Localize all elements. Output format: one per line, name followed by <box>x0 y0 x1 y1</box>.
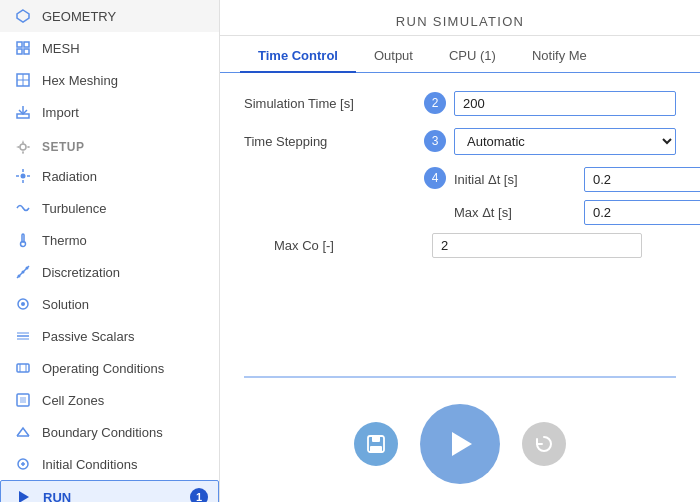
run-badge: 1 <box>190 488 208 502</box>
passive-scalars-icon <box>14 327 32 345</box>
svg-rect-27 <box>17 364 29 372</box>
sidebar-item-label: Turbulence <box>42 201 107 216</box>
sidebar-item-passive-scalars[interactable]: Passive Scalars <box>0 320 219 352</box>
svg-point-10 <box>20 144 26 150</box>
discretization-icon <box>14 263 32 281</box>
boundary-conditions-icon <box>14 423 32 441</box>
sidebar-item-turbulence[interactable]: Turbulence <box>0 192 219 224</box>
hex-meshing-icon <box>14 71 32 89</box>
solution-icon <box>14 295 32 313</box>
geometry-icon <box>14 7 32 25</box>
operating-conditions-icon <box>14 359 32 377</box>
sidebar-item-label: Thermo <box>42 233 87 248</box>
reload-button[interactable] <box>522 422 566 466</box>
sidebar-item-label: GEOMETRY <box>42 9 116 24</box>
sidebar-item-label: Operating Conditions <box>42 361 164 376</box>
simulation-time-label: Simulation Time [s] <box>244 96 424 111</box>
sidebar-item-label: Discretization <box>42 265 120 280</box>
max-dt-row: Max Δt [s] <box>454 200 700 225</box>
sidebar-item-label: RUN <box>43 490 71 503</box>
play-button[interactable] <box>420 404 500 484</box>
sidebar-item-run[interactable]: RUN 1 <box>0 480 219 502</box>
simulation-time-input[interactable] <box>454 91 676 116</box>
svg-marker-36 <box>19 491 29 502</box>
main-content: RUN SIMULATION Time Control Output CPU (… <box>220 0 700 502</box>
svg-point-17 <box>21 242 26 247</box>
svg-rect-38 <box>372 436 380 442</box>
action-buttons <box>220 394 700 502</box>
time-stepping-label: Time Stepping <box>244 134 424 149</box>
sidebar-item-boundary-conditions[interactable]: Boundary Conditions <box>0 416 219 448</box>
max-co-label: Max Co [-] <box>244 238 432 253</box>
tab-notify-me[interactable]: Notify Me <box>514 40 605 73</box>
sidebar-section-label: SETUP <box>42 140 84 154</box>
sub-options-badge: 4 <box>424 167 446 189</box>
sidebar-item-label: MESH <box>42 41 80 56</box>
save-button[interactable] <box>354 422 398 466</box>
simulation-time-row: Simulation Time [s] 2 <box>244 91 676 116</box>
sidebar-item-label: Boundary Conditions <box>42 425 163 440</box>
sidebar-item-import[interactable]: Import <box>0 96 219 128</box>
svg-rect-2 <box>24 42 29 47</box>
tab-cpu[interactable]: CPU (1) <box>431 40 514 73</box>
sidebar-item-label: Initial Conditions <box>42 457 137 472</box>
simulation-time-badge: 2 <box>424 92 446 114</box>
sidebar-item-label: Cell Zones <box>42 393 104 408</box>
run-icon <box>15 488 33 502</box>
svg-rect-39 <box>370 446 382 452</box>
max-dt-label: Max Δt [s] <box>454 205 584 220</box>
svg-rect-1 <box>17 42 22 47</box>
max-dt-input[interactable] <box>584 200 700 225</box>
svg-rect-31 <box>20 397 26 403</box>
max-co-input[interactable] <box>432 233 642 258</box>
svg-point-23 <box>21 302 25 306</box>
time-stepping-badge: 3 <box>424 130 446 152</box>
tab-output[interactable]: Output <box>356 40 431 73</box>
thermo-icon <box>14 231 32 249</box>
time-stepping-select[interactable]: Automatic Fixed Adaptive <box>454 128 676 155</box>
sidebar-item-initial-conditions[interactable]: Initial Conditions <box>0 448 219 480</box>
radiation-icon <box>14 167 32 185</box>
sidebar-section-setup: SETUP <box>0 128 219 160</box>
sidebar-item-label: Passive Scalars <box>42 329 134 344</box>
svg-rect-3 <box>17 49 22 54</box>
svg-point-21 <box>26 267 29 270</box>
sidebar-item-mesh[interactable]: MESH <box>0 32 219 64</box>
tab-bar: Time Control Output CPU (1) Notify Me <box>220 40 700 73</box>
setup-icon <box>14 138 32 156</box>
svg-marker-0 <box>17 10 29 22</box>
svg-point-11 <box>21 174 26 179</box>
tab-time-control[interactable]: Time Control <box>240 40 356 73</box>
sidebar-item-operating-conditions[interactable]: Operating Conditions <box>0 352 219 384</box>
sidebar-item-label: Import <box>42 105 79 120</box>
initial-dt-row: Initial Δt [s] <box>454 167 700 192</box>
time-stepping-row: Time Stepping 3 Automatic Fixed Adaptive <box>244 128 676 155</box>
sidebar-item-label: Hex Meshing <box>42 73 118 88</box>
turbulence-icon <box>14 199 32 217</box>
initial-conditions-icon <box>14 455 32 473</box>
sidebar-item-radiation[interactable]: Radiation <box>0 160 219 192</box>
page-title: RUN SIMULATION <box>220 0 700 36</box>
svg-rect-4 <box>24 49 29 54</box>
sidebar-item-cell-zones[interactable]: Cell Zones <box>0 384 219 416</box>
sidebar-item-geometry[interactable]: GEOMETRY <box>0 0 219 32</box>
svg-marker-40 <box>452 432 472 456</box>
sidebar-item-hex-meshing[interactable]: Hex Meshing <box>0 64 219 96</box>
form-area: Simulation Time [s] 2 Time Stepping 3 Au… <box>220 73 700 367</box>
initial-dt-input[interactable] <box>584 167 700 192</box>
import-icon <box>14 103 32 121</box>
sidebar-item-thermo[interactable]: Thermo <box>0 224 219 256</box>
initial-dt-label: Initial Δt [s] <box>454 172 584 187</box>
svg-point-20 <box>22 271 25 274</box>
max-co-row: Max Co [-] <box>244 233 676 258</box>
sidebar: GEOMETRY MESH Hex Meshing Import SETUP R… <box>0 0 220 502</box>
sidebar-item-solution[interactable]: Solution <box>0 288 219 320</box>
section-divider <box>244 376 676 378</box>
mesh-icon <box>14 39 32 57</box>
cell-zones-icon <box>14 391 32 409</box>
sidebar-item-discretization[interactable]: Discretization <box>0 256 219 288</box>
svg-point-19 <box>18 275 21 278</box>
sidebar-item-label: Solution <box>42 297 89 312</box>
sidebar-item-label: Radiation <box>42 169 97 184</box>
